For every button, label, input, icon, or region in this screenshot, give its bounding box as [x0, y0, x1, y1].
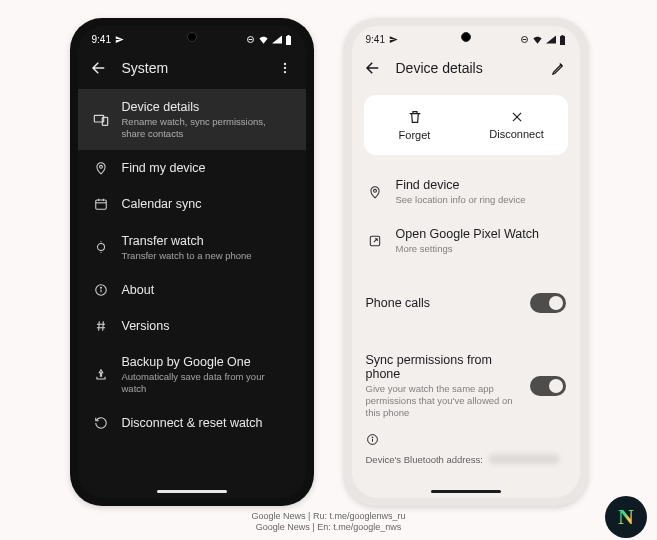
disconnect-button[interactable]: Disconnect — [466, 95, 568, 155]
camera-cutout — [461, 32, 471, 42]
svg-point-5 — [283, 67, 285, 69]
row-label: Disconnect & reset watch — [122, 415, 292, 431]
svg-line-21 — [102, 321, 103, 330]
app-bar: Device details — [352, 49, 580, 89]
svg-rect-2 — [286, 36, 291, 45]
row-find-device[interactable]: Find device See location info or ring de… — [352, 167, 580, 216]
app-bar: System — [78, 49, 306, 89]
row-label: Open Google Pixel Watch — [396, 226, 566, 242]
wifi-icon — [258, 35, 269, 44]
do-not-disturb-icon — [246, 35, 255, 44]
edit-button[interactable] — [546, 55, 572, 81]
status-time: 9:41 — [366, 34, 385, 45]
trash-icon — [407, 109, 423, 125]
bt-value-redacted — [489, 454, 559, 464]
send-icon — [389, 35, 398, 44]
row-backup[interactable]: Backup by Google One Automatically save … — [78, 344, 306, 405]
toggle-label: Phone calls — [366, 296, 520, 310]
row-calendar-sync[interactable]: Calendar sync — [78, 186, 306, 222]
back-button[interactable] — [86, 55, 112, 81]
back-button[interactable] — [360, 55, 386, 81]
row-label: Versions — [122, 318, 292, 334]
phone-dark: 9:41 System — [70, 18, 314, 506]
svg-point-14 — [97, 244, 104, 251]
phone-light: 9:41 Device details — [344, 18, 588, 506]
row-label: Find my device — [122, 160, 292, 176]
toggle-label: Sync permissions from phone — [366, 353, 520, 381]
row-label: About — [122, 282, 292, 298]
send-icon — [115, 35, 124, 44]
svg-point-4 — [283, 63, 285, 65]
svg-point-32 — [372, 437, 373, 438]
row-versions[interactable]: Versions — [78, 308, 306, 344]
row-label: Transfer watch — [122, 233, 292, 249]
do-not-disturb-icon — [520, 35, 529, 44]
footer-line-2: Google News | En: t.me/google_nws — [0, 522, 657, 534]
transfer-icon — [92, 240, 110, 254]
svg-rect-10 — [95, 200, 106, 209]
page-title: System — [122, 60, 262, 76]
gesture-bar[interactable] — [431, 490, 501, 493]
info-icon — [352, 431, 580, 448]
bt-label: Device's Bluetooth address: — [366, 454, 483, 465]
row-sub: Automatically save data from your watch — [122, 371, 292, 395]
forget-button[interactable]: Forget — [364, 95, 466, 155]
row-find-my-device[interactable]: Find my device — [78, 150, 306, 186]
hash-icon — [92, 319, 110, 333]
signal-icon — [546, 35, 556, 44]
svg-point-6 — [283, 71, 285, 73]
row-transfer-watch[interactable]: Transfer watch Transfer watch to a new p… — [78, 223, 306, 272]
toggle-phone-calls[interactable]: Phone calls — [352, 281, 580, 325]
row-label: Find device — [396, 177, 566, 193]
svg-rect-3 — [287, 35, 289, 36]
row-open-pixel-watch[interactable]: Open Google Pixel Watch More settings — [352, 216, 580, 265]
more-button[interactable] — [272, 55, 298, 81]
watermark-logo: N — [605, 496, 647, 538]
settings-list: Device details Rename watch, sync permis… — [78, 89, 306, 441]
row-sub: Transfer watch to a new phone — [122, 250, 292, 262]
footer-credits: Google News | Ru: t.me/googlenws_ru Goog… — [0, 511, 657, 534]
row-device-details[interactable]: Device details Rename watch, sync permis… — [78, 89, 306, 150]
info-icon — [92, 283, 110, 297]
toggle-sync-permissions[interactable]: Sync permissions from phone Give your wa… — [352, 341, 580, 431]
row-about[interactable]: About — [78, 272, 306, 308]
calendar-icon — [92, 197, 110, 211]
svg-rect-25 — [561, 35, 563, 36]
location-icon — [92, 161, 110, 175]
row-disconnect-reset[interactable]: Disconnect & reset watch — [78, 405, 306, 441]
bluetooth-address: Device's Bluetooth address: — [352, 448, 580, 471]
forget-label: Forget — [399, 129, 431, 141]
svg-rect-24 — [560, 36, 565, 45]
svg-line-20 — [98, 321, 99, 330]
svg-point-28 — [373, 189, 376, 192]
row-sub: More settings — [396, 243, 566, 255]
row-label: Backup by Google One — [122, 354, 292, 370]
row-label: Calendar sync — [122, 196, 292, 212]
battery-icon — [285, 35, 292, 45]
action-card: Forget Disconnect — [364, 95, 568, 155]
footer-line-1: Google News | Ru: t.me/googlenws_ru — [0, 511, 657, 523]
row-label: Device details — [122, 99, 292, 115]
signal-icon — [272, 35, 282, 44]
gesture-bar[interactable] — [157, 490, 227, 493]
backup-icon — [92, 368, 110, 382]
wifi-icon — [532, 35, 543, 44]
status-time: 9:41 — [92, 34, 111, 45]
history-icon — [92, 416, 110, 430]
page-title: Device details — [396, 60, 536, 76]
svg-point-9 — [99, 166, 102, 169]
device-options: Find device See location info or ring de… — [352, 167, 580, 265]
devices-icon — [92, 112, 110, 128]
row-sub: See location info or ring device — [396, 194, 566, 206]
close-icon — [510, 110, 524, 124]
switch-on[interactable] — [530, 293, 566, 313]
battery-icon — [559, 35, 566, 45]
switch-on[interactable] — [530, 376, 566, 396]
open-icon — [366, 234, 384, 248]
disconnect-label: Disconnect — [489, 128, 543, 140]
toggle-sub: Give your watch the same app permissions… — [366, 383, 520, 419]
location-icon — [366, 185, 384, 199]
row-sub: Rename watch, sync permissions, share co… — [122, 116, 292, 140]
camera-cutout — [187, 32, 197, 42]
svg-point-17 — [100, 287, 101, 288]
